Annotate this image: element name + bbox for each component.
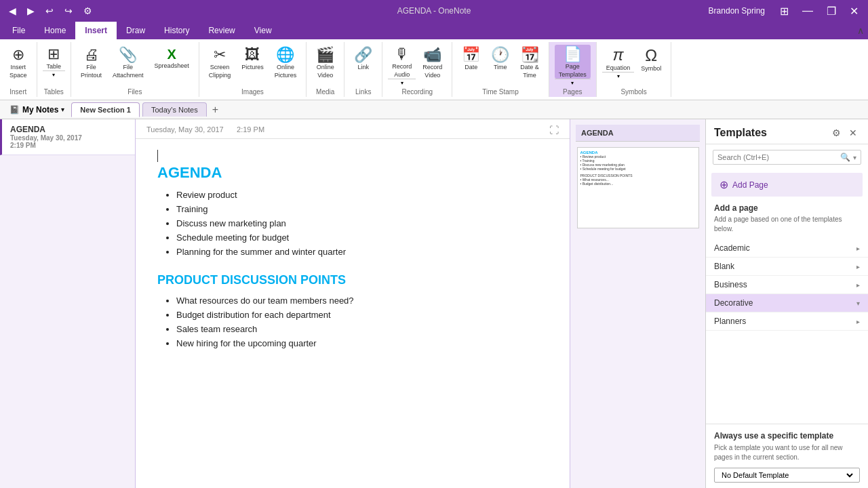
customize-qat-button[interactable]: ⚙ [80,4,96,18]
template-category-label: Planners [714,317,746,326]
add-page-icon: ⊕ [719,178,728,191]
ribbon-group-images: ✂ Screen Clipping 🖼 Pictures 🌐 Online Pi… [199,42,307,97]
template-category-label: Decorative [714,298,753,308]
note-time: 2:19 PM [237,125,264,134]
symbol-button[interactable]: Ω Symbol [637,45,665,75]
templates-title: Templates [714,127,767,139]
back-button[interactable]: ◀ [5,4,20,18]
templates-search-box[interactable]: 🔍 ▾ [713,150,861,165]
page-list: AGENDA Tuesday, May 30, 2017 2:19 PM [0,119,136,488]
link-button[interactable]: 🔗 Link [350,45,376,73]
minimize-button[interactable]: — [798,3,817,18]
ribbon-group-symbols-label: Symbols [620,88,646,97]
file-attachment-button[interactable]: 📎 File Attachment [108,45,148,81]
expand-note-button[interactable]: ⛶ [549,125,559,136]
date-icon: 📅 [462,47,480,62]
insert-space-button[interactable]: ⊕ Insert Space [5,45,31,81]
table-icon: ⊞ [47,47,60,62]
section-tab-todays-notes[interactable]: Today's Notes [142,102,207,117]
ribbon-group-symbols: π Equation ▾ Ω Symbol Symbols [597,42,672,97]
redo-button[interactable]: ↪ [61,4,76,18]
tab-draw[interactable]: Draw [117,22,155,39]
planners-expand-icon: ▸ [856,318,860,325]
title-bar: ◀ ▶ ↩ ↪ ⚙ AGENDA - OneNote Brandon Sprin… [0,0,868,22]
forward-button[interactable]: ▶ [24,4,38,18]
restore-button[interactable]: ❐ [823,3,840,19]
ribbon-group-files: 🖨 File Printout 📎 File Attachment X Spre… [71,42,199,97]
template-button[interactable]: ⊞ [776,3,793,19]
template-category-blank[interactable]: Blank ▸ [706,258,868,276]
undo-button[interactable]: ↩ [42,4,57,18]
file-printout-icon: 🖨 [84,47,99,62]
close-button[interactable]: ✕ [846,3,863,19]
notebook-selector[interactable]: 📓 My Notes ▾ [5,104,68,116]
page-templates-arrow[interactable]: ▾ [555,79,591,87]
record-audio-split[interactable]: 🎙 Record Audio ▾ [388,45,416,87]
add-page-button[interactable]: ⊕ Add Page [711,173,863,197]
online-video-button[interactable]: 🎬 Online Video [312,45,338,81]
file-printout-button[interactable]: 🖨 File Printout [77,45,106,81]
tab-history[interactable]: History [155,22,199,39]
page-title: AGENDA [10,125,127,134]
template-category-decorative[interactable]: Decorative ▾ [706,294,868,312]
product-title: PRODUCT DISCUSSION POINTS [157,273,548,287]
time-button[interactable]: 🕐 Time [487,45,513,73]
template-category-business[interactable]: Business ▸ [706,276,868,294]
title-bar-right: Brandon Spring ⊞ — ❐ ✕ [709,3,863,19]
date-time-button[interactable]: 📆 Date & Time [516,45,543,81]
template-select[interactable]: No Default Template Academic Business De… [719,470,855,480]
templates-header-buttons: ⚙ ✕ [829,126,860,140]
templates-panel: Templates ⚙ ✕ 🔍 ▾ ⊕ Add Page Add a page … [705,119,868,488]
templates-search-input[interactable] [717,153,837,161]
user-name: Brandon Spring [709,6,765,16]
page-item-agenda[interactable]: AGENDA Tuesday, May 30, 2017 2:19 PM [0,119,135,155]
page-templates-split[interactable]: 📄 Page Templates ▾ [555,45,591,87]
list-item: Schedule meeting for budget [176,232,548,243]
search-icon: 🔍 [840,152,850,162]
equation-split[interactable]: π Equation ▾ [602,45,635,80]
add-section-button[interactable]: + [210,104,221,116]
tab-insert[interactable]: Insert [75,22,117,39]
note-content: AGENDA Review product Training Discuss n… [136,139,570,488]
templates-header: Templates ⚙ ✕ [706,119,868,144]
record-audio-arrow[interactable]: ▾ [388,79,416,87]
template-select-wrapper[interactable]: No Default Template Academic Business De… [714,468,860,483]
templates-settings-button[interactable]: ⚙ [829,126,844,140]
online-pictures-button[interactable]: 🌐 Online Pictures [271,45,301,81]
pictures-button[interactable]: 🖼 Pictures [237,45,268,73]
tab-home[interactable]: Home [35,22,75,39]
screen-clipping-button[interactable]: ✂ Screen Clipping [205,45,235,81]
template-category-planners[interactable]: Planners ▸ [706,312,868,331]
template-category-label: Business [714,280,747,289]
note-header: Tuesday, May 30, 2017 2:19 PM ⛶ [136,119,570,139]
record-video-button[interactable]: 📹 Record Video [418,45,446,81]
note-area[interactable]: Tuesday, May 30, 2017 2:19 PM ⛶ AGENDA R… [136,119,570,488]
ribbon-content: ⊕ Insert Space Insert ⊞ Table ▾ Tables [0,39,868,100]
tab-view[interactable]: View [245,22,281,39]
template-category-academic[interactable]: Academic ▸ [706,239,868,258]
blank-expand-icon: ▸ [856,263,860,270]
add-page-section: Add a page Add a page based on one of th… [706,199,868,239]
symbol-icon: Ω [645,47,657,64]
online-pictures-icon: 🌐 [276,47,294,62]
table-arrow-button[interactable]: ▾ [43,70,66,79]
equation-arrow[interactable]: ▾ [602,72,635,80]
page-panel-title: AGENDA [576,125,700,142]
pictures-icon: 🖼 [245,47,260,62]
collapse-ribbon-button[interactable]: ∧ [853,24,868,37]
table-button[interactable]: ⊞ Table ▾ [43,45,66,79]
screen-clipping-icon: ✂ [214,47,226,62]
add-page-section-desc: Add a page based on one of the templates… [714,215,860,234]
page-date: Tuesday, May 30, 2017 [10,134,127,142]
templates-bottom: Always use a specific template Pick a te… [706,424,868,488]
spreadsheet-button[interactable]: X Spreadsheet [151,45,193,72]
tab-review[interactable]: Review [199,22,244,39]
date-button[interactable]: 📅 Date [458,45,484,73]
notebook-bar: 📓 My Notes ▾ New Section 1 Today's Notes… [0,100,868,119]
section-tab-new-section[interactable]: New Section 1 [71,102,140,117]
file-attachment-icon: 📎 [119,47,137,62]
list-item: Budget distribution for each department [176,310,548,320]
search-dropdown-icon: ▾ [853,154,856,161]
templates-close-button[interactable]: ✕ [846,126,860,140]
tab-file[interactable]: File [3,22,35,39]
